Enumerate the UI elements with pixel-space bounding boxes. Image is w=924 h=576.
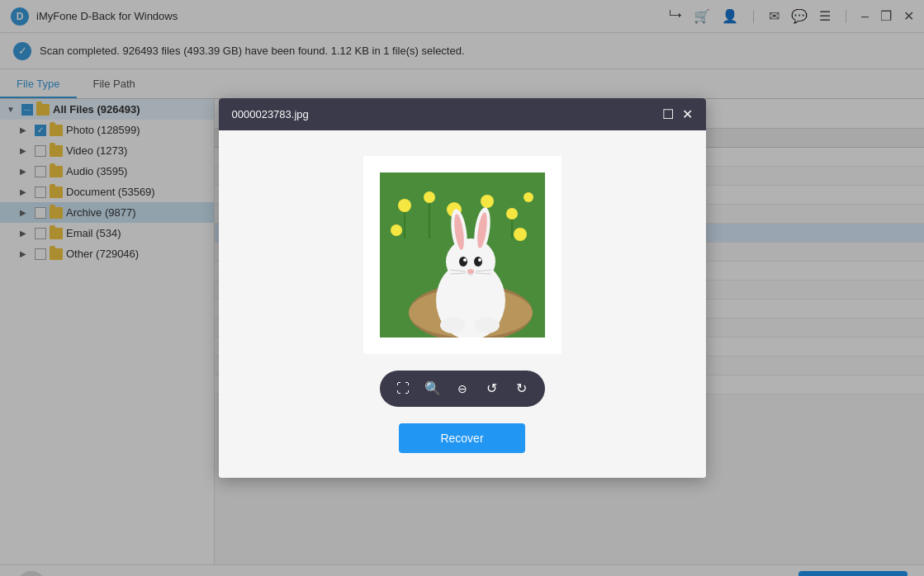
preview-image xyxy=(380,172,545,338)
fit-icon: ⛶ xyxy=(396,381,410,396)
svg-point-34 xyxy=(475,317,500,333)
svg-point-3 xyxy=(398,199,411,212)
modal-header-actions: ☐ ✕ xyxy=(662,106,693,122)
svg-point-24 xyxy=(459,257,467,267)
svg-point-25 xyxy=(474,257,482,267)
svg-point-27 xyxy=(478,258,481,262)
modal-body: ⛶ 🔍 ⊖ ↺ ↻ Recover xyxy=(219,130,706,478)
svg-point-26 xyxy=(463,258,467,262)
svg-point-7 xyxy=(506,208,518,220)
fit-view-button[interactable]: ⛶ xyxy=(390,375,416,402)
zoom-in-button[interactable]: 🔍 xyxy=(419,375,446,402)
svg-point-8 xyxy=(524,192,533,202)
zoom-out-button[interactable]: ⊖ xyxy=(449,375,476,402)
modal-close-button[interactable]: ✕ xyxy=(682,106,693,122)
modal-overlay: 0000023783.jpg ☐ ✕ xyxy=(0,0,924,576)
zoom-out-icon: ⊖ xyxy=(457,382,467,395)
svg-point-10 xyxy=(514,228,527,241)
svg-point-6 xyxy=(481,195,494,208)
modal-maximize-button[interactable]: ☐ xyxy=(662,106,674,122)
zoom-in-icon: 🔍 xyxy=(424,380,441,396)
svg-point-4 xyxy=(424,191,435,203)
svg-point-19 xyxy=(446,238,495,285)
modal-image-toolbar: ⛶ 🔍 ⊖ ↺ ↻ xyxy=(380,371,545,407)
rotate-right-button[interactable]: ↻ xyxy=(509,375,535,402)
image-container xyxy=(363,156,562,354)
modal-recover-button[interactable]: Recover xyxy=(399,423,524,453)
rotate-left-icon: ↺ xyxy=(486,380,497,396)
svg-point-33 xyxy=(440,317,465,333)
image-preview-modal: 0000023783.jpg ☐ ✕ xyxy=(219,98,706,478)
modal-header: 0000023783.jpg ☐ ✕ xyxy=(219,98,706,130)
svg-point-9 xyxy=(391,224,402,236)
rotate-right-icon: ↻ xyxy=(516,380,527,396)
rotate-left-button[interactable]: ↺ xyxy=(479,375,505,402)
modal-title: 0000023783.jpg xyxy=(232,108,662,120)
